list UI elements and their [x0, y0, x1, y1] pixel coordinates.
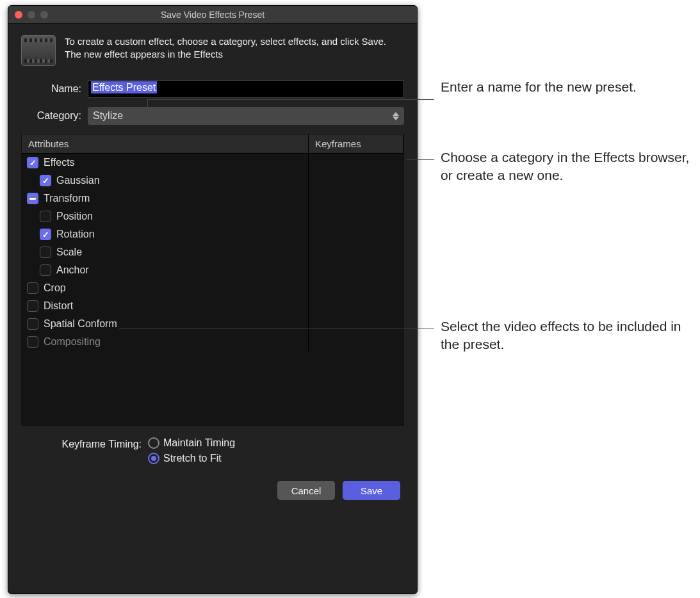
row-position[interactable]: Position: [22, 207, 309, 225]
minimize-icon: [28, 11, 35, 19]
radio-icon-on: [148, 453, 159, 464]
checkbox-position[interactable]: [40, 211, 51, 222]
radio-maintain-timing[interactable]: Maintain Timing: [148, 437, 235, 449]
name-label: Name:: [21, 83, 88, 95]
row-effects[interactable]: Effects: [22, 154, 309, 172]
checkbox-scale[interactable]: [40, 246, 51, 258]
checkbox-distort[interactable]: [27, 300, 38, 312]
intro-text: To create a custom effect, choose a cate…: [65, 35, 404, 66]
checkbox-gaussian[interactable]: [40, 175, 51, 186]
row-crop[interactable]: Crop: [22, 279, 309, 297]
callout-line: [147, 99, 434, 100]
category-value: Stylize: [93, 110, 123, 122]
close-icon[interactable]: [15, 11, 22, 19]
zoom-icon: [40, 11, 48, 19]
row-transform[interactable]: Transform: [22, 190, 309, 207]
name-input[interactable]: Effects Preset: [88, 80, 404, 98]
row-scale[interactable]: Scale: [22, 243, 309, 261]
radio-stretch-to-fit[interactable]: Stretch to Fit: [148, 453, 235, 464]
checkbox-rotation[interactable]: [40, 229, 51, 240]
name-input-value: Effects Preset: [91, 81, 157, 93]
attributes-table: Attributes Keyframes Effects Gaussian Tr…: [21, 134, 404, 426]
callout-line: [147, 99, 148, 113]
row-spatial-conform[interactable]: Spatial Conform: [22, 315, 309, 333]
row-gaussian[interactable]: Gaussian: [22, 172, 309, 190]
row-rotation[interactable]: Rotation: [22, 225, 309, 243]
keyframe-timing-label: Keyframe Timing:: [21, 437, 142, 464]
row-distort[interactable]: Distort: [22, 297, 309, 315]
save-button[interactable]: Save: [343, 481, 400, 500]
radio-icon-off: [148, 437, 159, 449]
svg-marker-1: [393, 117, 399, 120]
checkbox-spatial-conform[interactable]: [27, 318, 38, 330]
dialog-title: Save Video Effects Preset: [8, 10, 417, 20]
category-select[interactable]: Stylize: [88, 107, 404, 125]
callout-category: Choose a category in the Effects browser…: [441, 149, 690, 185]
chevron-up-down-icon: [393, 112, 399, 120]
col-keyframes: Keyframes: [309, 134, 403, 153]
checkbox-transform[interactable]: [27, 193, 38, 204]
row-anchor[interactable]: Anchor: [22, 261, 309, 279]
row-compositing[interactable]: Compositing: [22, 333, 309, 351]
checkbox-compositing[interactable]: [27, 336, 38, 348]
col-attributes: Attributes: [22, 134, 309, 153]
category-label: Category:: [21, 110, 88, 122]
save-preset-dialog: Save Video Effects Preset To create a cu…: [8, 5, 418, 594]
checkbox-effects[interactable]: [27, 157, 38, 168]
cancel-button[interactable]: Cancel: [277, 481, 335, 500]
callout-line: [407, 159, 434, 160]
checkbox-anchor[interactable]: [40, 264, 51, 276]
titlebar: Save Video Effects Preset: [8, 6, 417, 24]
callout-line: [119, 328, 434, 328]
callout-select-effects: Select the video effects to be included …: [441, 318, 690, 354]
filmstrip-icon: [21, 35, 56, 66]
svg-marker-0: [393, 112, 399, 116]
callout-name: Enter a name for the new preset.: [441, 78, 690, 96]
window-controls: [8, 11, 48, 19]
checkbox-crop[interactable]: [27, 282, 38, 294]
